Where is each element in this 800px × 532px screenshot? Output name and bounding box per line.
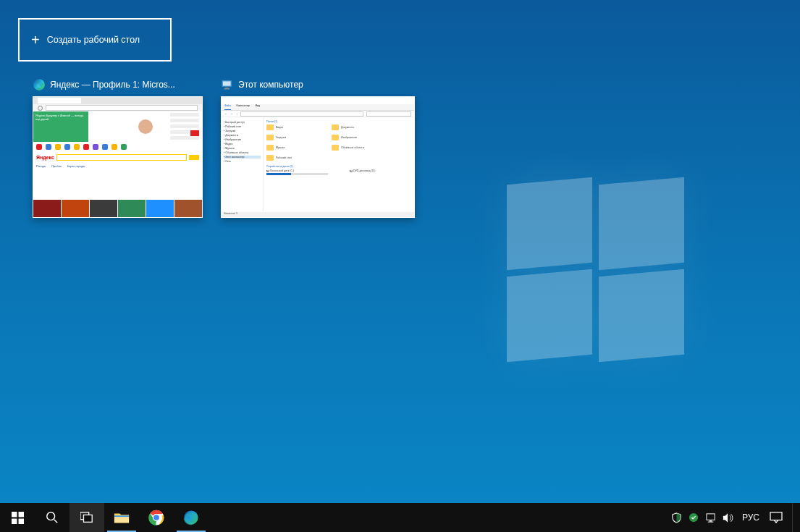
network-icon[interactable] [702, 503, 720, 532]
thumb-service-icon [111, 144, 117, 150]
desktop-background: + Создать рабочий стол Яндекс — Профиль … [0, 0, 800, 532]
thumb-navigation-tree: • Быстрый доступ• Рабочий стол• Загрузки… [222, 117, 264, 211]
thumb-right-sidebar [170, 113, 199, 142]
thumb-service-icon [55, 144, 61, 150]
yandex-logo: Яндекс [36, 155, 54, 160]
thumb-addressbar: ← → ↑ [222, 111, 414, 117]
thumb-drive-item: 🖴 Локальный диск (C:) [266, 169, 328, 175]
thumb-photo [146, 200, 174, 217]
thumb-url-field [46, 105, 198, 111]
thumb-service-icon [93, 144, 98, 150]
svg-rect-14 [114, 515, 129, 517]
task-view-thumbnail[interactable]: ФайлКомпьютерВид ← → ↑ • Быстрый доступ•… [221, 96, 415, 218]
thumb-titlebar [222, 97, 414, 104]
folder-icon [266, 124, 274, 130]
thumb-link: Пробки [51, 164, 62, 168]
folder-icon [332, 145, 339, 151]
windows-logo-watermark [507, 181, 684, 358]
thumb-ribbon-tab: Вид [256, 104, 260, 110]
taskbar-app-chrome[interactable] [139, 503, 174, 532]
thumb-tree-item: • Быстрый доступ [224, 121, 261, 124]
taskbar: РУС [0, 503, 800, 532]
search-button[interactable] [35, 503, 70, 532]
thumb-tree-item: • Этот компьютер [224, 156, 261, 159]
tray-app-icon[interactable] [685, 503, 702, 532]
thumb-tree-item: • Документы [224, 134, 261, 137]
svg-rect-2 [223, 82, 231, 86]
task-view-icon [80, 512, 93, 523]
thumb-photo [90, 200, 117, 217]
thumb-group-header: Устройства и диски (2) [266, 165, 411, 168]
thumb-tree-item: • Загрузки [224, 130, 261, 132]
action-center-button[interactable] [765, 503, 788, 532]
thumb-tree-item: • Сеть [224, 160, 261, 163]
back-icon: ← [224, 112, 227, 116]
thumb-search-field [56, 154, 187, 161]
svg-rect-4 [224, 88, 230, 89]
thumb-group-header: Папки (7) [266, 120, 411, 123]
svg-rect-12 [84, 515, 93, 522]
svg-rect-6 [18, 512, 23, 517]
thumb-browser-tabstrip [33, 97, 202, 104]
taskbar-app-file-explorer[interactable] [104, 503, 139, 532]
thumb-search-row: Яндекс [33, 152, 202, 163]
folder-icon [266, 145, 274, 151]
thumb-service-icon [36, 144, 42, 150]
task-view-header: Этот компьютер [221, 77, 415, 93]
windows-icon [12, 512, 24, 524]
thumb-ribbon-tab: Файл [224, 104, 231, 110]
thumb-link: Погода [36, 164, 46, 168]
start-button[interactable] [0, 503, 35, 532]
svg-rect-20 [706, 513, 714, 519]
thumb-tree-item: • Видео [224, 143, 261, 145]
task-view-button[interactable] [70, 503, 104, 532]
svg-line-10 [54, 520, 58, 523]
thumb-photo [118, 200, 146, 217]
thumb-photo-strip [33, 200, 202, 217]
this-pc-icon [221, 78, 234, 91]
task-view-title: Этот компьютер [238, 80, 303, 90]
task-view-window[interactable]: Яндекс — Профиль 1: Micros... Яндекс.Бра… [33, 77, 203, 218]
new-desktop-button[interactable]: + Создать рабочий стол [18, 18, 172, 62]
security-shield-icon[interactable] [668, 503, 685, 532]
thumb-statusbar: Элементов: 9 [222, 212, 414, 217]
thumb-photo [33, 200, 61, 217]
taskbar-app-edge[interactable] [174, 503, 209, 532]
edge-icon [33, 78, 46, 91]
thumb-ribbon: ФайлКомпьютерВид [222, 104, 414, 111]
folder-icon [266, 135, 274, 140]
thumb-tree-item: • Объёмные объекты [224, 151, 261, 154]
svg-rect-23 [770, 512, 782, 520]
plus-icon: + [31, 33, 40, 47]
thumb-content-pane: Папки (7) ВидеоДокументыЗагрузкиИзображе… [264, 117, 414, 211]
thumb-folder-item: Видео [266, 124, 317, 130]
badge-icon [190, 130, 199, 136]
new-desktop-label: Создать рабочий стол [47, 35, 140, 45]
task-view-window[interactable]: Этот компьютер ФайлКомпьютерВид ← → ↑ • … [221, 77, 415, 218]
task-view-thumbnail[interactable]: Яндекс.Браузер c Алисой — всегда под рук… [33, 96, 203, 218]
thumb-search-button [189, 155, 199, 160]
svg-rect-8 [18, 518, 23, 523]
chrome-icon [148, 510, 164, 525]
thumb-search [366, 111, 411, 117]
thumb-folder-item: Загрузки [266, 135, 317, 140]
thumb-service-icon [64, 144, 70, 150]
task-view-title: Яндекс — Профиль 1: Micros... [50, 80, 175, 90]
show-desktop-button[interactable] [792, 503, 797, 532]
thumb-links-row: ПогодаПробкиКарта города [33, 163, 202, 169]
thumb-folder-item: Рабочий стол [266, 155, 317, 161]
language-indicator[interactable]: РУС [737, 512, 765, 523]
thumb-folder-item: Музыка [266, 145, 317, 151]
thumb-ribbon-tab: Компьютер [237, 104, 250, 110]
forward-icon: → [230, 112, 233, 116]
svg-rect-21 [709, 520, 712, 521]
thumb-link: Карта города [67, 164, 85, 168]
thumb-service-icons [33, 142, 202, 152]
thumb-tree-item: • Музыка [224, 147, 261, 150]
volume-icon[interactable] [720, 503, 737, 532]
thumb-service-icon [46, 144, 51, 150]
thumb-tree-item: • Рабочий стол [224, 125, 261, 128]
file-explorer-icon [114, 510, 130, 525]
thumb-service-icon [83, 144, 89, 150]
thumb-folder-item: Объёмные объекты [332, 145, 382, 151]
